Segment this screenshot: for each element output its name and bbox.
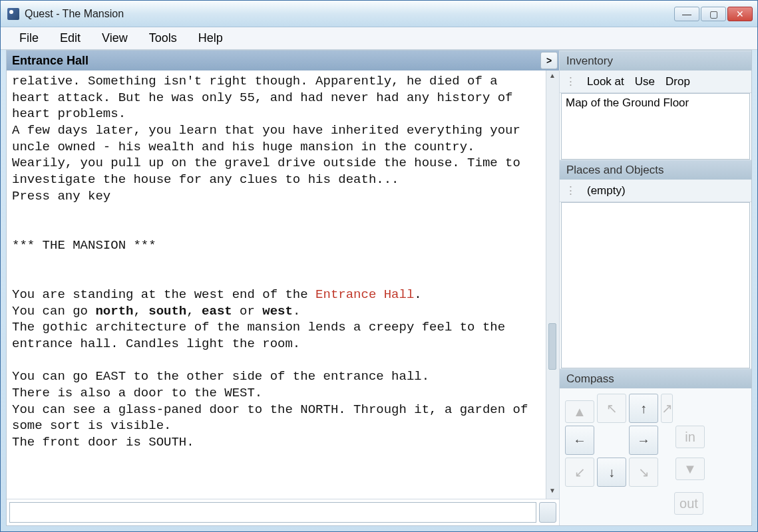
compass-nw-button[interactable]: ↖ (597, 394, 626, 423)
menu-edit[interactable]: Edit (49, 29, 91, 48)
story-banner: *** THE MANSION *** (12, 238, 156, 253)
places-header: Places and Objects (560, 160, 751, 180)
compass-s-button[interactable]: ↓ (597, 458, 626, 487)
story-line: relative. Something isn't right though. … (12, 74, 520, 121)
close-button[interactable]: ✕ (727, 7, 753, 21)
story-line: You can go (12, 304, 95, 319)
toggle-sidebar-button[interactable]: > (540, 52, 558, 69)
compass-grid: ↖ ↑ ↗ ▲ ← → in ↙ ↓ ↘ ▼ (560, 388, 751, 492)
compass-down-button[interactable]: ▼ (675, 458, 705, 480)
compass-header: Compass (560, 368, 751, 388)
direction-south: south (148, 304, 186, 319)
command-row (7, 499, 559, 525)
story-wrap: relative. Something isn't right though. … (7, 70, 559, 499)
compass-up-button[interactable]: ▲ (565, 400, 594, 423)
location-bar: Entrance Hall > (7, 51, 559, 70)
compass-e-button[interactable]: → (629, 426, 658, 455)
compass-ne-button[interactable]: ↗ (661, 394, 673, 423)
story-line: The gothic architecture of the mansion l… (12, 320, 513, 351)
grip-icon: ⋮ (565, 184, 575, 198)
command-input[interactable] (9, 502, 536, 523)
compass-w-button[interactable]: ← (565, 426, 594, 455)
places-actions: ⋮ (empty) (560, 180, 751, 202)
action-drop[interactable]: Drop (665, 75, 690, 88)
app-icon (7, 8, 19, 20)
window-controls: — ▢ ✕ (674, 7, 753, 21)
story-line: You are standing at the west end of the (12, 287, 315, 302)
scroll-thumb[interactable] (548, 323, 556, 370)
story-line: A few days later, you learn that you hav… (12, 123, 528, 187)
compass-in-button[interactable]: in (675, 426, 705, 448)
scroll-up-icon[interactable]: ▲ (548, 72, 557, 82)
main-pane: Entrance Hall > relative. Something isn'… (7, 51, 560, 525)
minimize-button[interactable]: — (674, 7, 699, 21)
direction-north: north (95, 304, 133, 319)
inventory-item[interactable]: Map of the Ground Floor (562, 94, 749, 112)
compass-extra: out (560, 492, 751, 520)
action-use[interactable]: Use (635, 75, 655, 88)
maximize-button[interactable]: ▢ (701, 7, 726, 21)
story-scrollbar[interactable]: ▲ ▼ (546, 70, 559, 499)
story-line: You can go EAST to the other side of the… (12, 369, 429, 384)
direction-east: east (202, 304, 232, 319)
menu-view[interactable]: View (91, 29, 138, 48)
grip-icon: ⋮ (565, 74, 575, 88)
story-line: There is also a door to the WEST. (12, 386, 262, 400)
story-line: . (414, 287, 421, 302)
menu-tools[interactable]: Tools (138, 29, 188, 48)
inventory-actions: ⋮ Look at Use Drop (560, 70, 751, 93)
compass-n-button[interactable]: ↑ (629, 394, 658, 423)
story-output: relative. Something isn't right though. … (7, 70, 546, 499)
action-look[interactable]: Look at (587, 75, 624, 88)
side-pane: Inventory ⋮ Look at Use Drop Map of the … (560, 51, 751, 525)
places-empty-label: (empty) (587, 184, 626, 198)
story-line: You can see a glass-paned door to the NO… (12, 402, 536, 434)
menu-help[interactable]: Help (188, 29, 234, 48)
app-window: Quest - The Mansion — ▢ ✕ File Edit View… (0, 0, 758, 532)
compass-out-button[interactable]: out (674, 492, 703, 515)
menubar: File Edit View Tools Help (1, 27, 757, 50)
scroll-down-icon[interactable]: ▼ (548, 487, 557, 497)
window-title: Quest - The Mansion (25, 8, 674, 20)
places-list[interactable] (561, 202, 750, 368)
menu-file[interactable]: File (9, 29, 49, 48)
inventory-list[interactable]: Map of the Ground Floor (561, 93, 750, 160)
location-name: Entrance Hall (12, 54, 89, 68)
story-line: Press any key (12, 189, 110, 203)
compass-se-button[interactable]: ↘ (629, 458, 658, 487)
command-side-button[interactable] (539, 502, 556, 523)
compass-sw-button[interactable]: ↙ (565, 458, 594, 487)
direction-west: west (262, 304, 293, 319)
titlebar: Quest - The Mansion — ▢ ✕ (1, 1, 757, 27)
inventory-header: Inventory (560, 51, 751, 70)
content-area: Entrance Hall > relative. Something isn'… (6, 50, 752, 526)
location-link[interactable]: Entrance Hall (315, 287, 414, 302)
story-line: The front door is SOUTH. (12, 435, 194, 450)
